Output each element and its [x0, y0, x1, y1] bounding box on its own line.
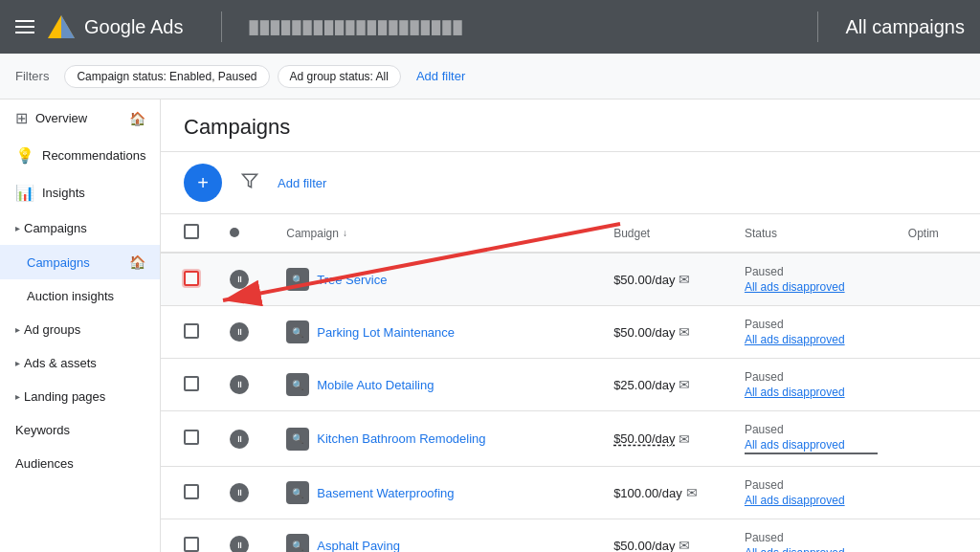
- table-row: ⏸🔍Parking Lot Maintenance$50.00/day✉Paus…: [161, 306, 980, 359]
- row-optim-cell: [893, 253, 980, 306]
- row-budget-cell: $50.00/day✉: [598, 253, 729, 306]
- row-checkbox[interactable]: [184, 537, 199, 552]
- budget-value: $50.00/day: [613, 539, 675, 553]
- header: Google Ads ████████████████████ All camp…: [0, 0, 980, 54]
- status-sub[interactable]: All ads disapproved: [745, 333, 878, 346]
- sidebar-item-recommendations[interactable]: 💡 Recommendations: [0, 137, 160, 174]
- table-row: ⏸🔍Asphalt Paving$50.00/day✉PausedAll ads…: [161, 519, 980, 553]
- sidebar-label-keywords: Keywords: [15, 423, 70, 437]
- row-checkbox[interactable]: [184, 271, 199, 286]
- sidebar-group-ad-groups[interactable]: ▸ Ad groups: [0, 313, 160, 346]
- row-checkbox-cell: [161, 359, 214, 411]
- filter-bar: Filters Campaign status: Enabled, Paused…: [0, 54, 980, 99]
- pause-icon[interactable]: ⏸: [230, 536, 249, 552]
- row-budget-cell: $25.00/day✉: [598, 359, 729, 411]
- row-status-cell: PausedAll ads disapproved: [729, 519, 893, 553]
- search-type-icon: 🔍: [286, 481, 309, 504]
- campaign-name-link[interactable]: Tree Service: [317, 273, 387, 287]
- campaign-sort-icon: ↓: [343, 228, 347, 238]
- landing-pages-arrow: ▸: [15, 391, 20, 402]
- app-title: Google Ads: [84, 16, 183, 38]
- row-pause-cell: ⏸: [214, 306, 271, 359]
- header-divider: [221, 11, 222, 42]
- campaign-name-link[interactable]: Asphalt Paving: [317, 539, 400, 553]
- status-dot-header: [230, 228, 239, 237]
- google-ads-logo-icon: [46, 11, 77, 42]
- pause-icon[interactable]: ⏸: [230, 322, 249, 342]
- sidebar-item-audiences[interactable]: Audiences: [0, 447, 160, 480]
- table-row: ⏸🔍Tree Service$50.00/day✉PausedAll ads d…: [161, 253, 980, 306]
- email-icon[interactable]: ✉: [679, 377, 690, 392]
- header-divider-2: [817, 11, 818, 42]
- add-filter-button[interactable]: Add filter: [409, 65, 473, 87]
- campaign-name-link[interactable]: Parking Lot Maintenance: [317, 325, 455, 340]
- pause-icon[interactable]: ⏸: [230, 430, 249, 449]
- sidebar-label-audiences: Audiences: [15, 456, 74, 471]
- row-checkbox[interactable]: [184, 323, 199, 339]
- status-sub[interactable]: All ads disapproved: [745, 438, 878, 454]
- th-status[interactable]: Status: [729, 214, 893, 253]
- menu-icon[interactable]: [15, 20, 34, 33]
- row-status-cell: PausedAll ads disapproved: [729, 359, 893, 411]
- status-main: Paused: [745, 423, 878, 436]
- select-all-checkbox[interactable]: [184, 224, 199, 239]
- th-optim[interactable]: Optim: [893, 214, 980, 253]
- status-sub[interactable]: All ads disapproved: [745, 494, 878, 507]
- sidebar-label-recommendations: Recommendations: [42, 148, 145, 163]
- th-status-dot: [214, 214, 271, 253]
- sidebar-label-insights: Insights: [42, 186, 85, 200]
- ad-groups-arrow: ▸: [15, 324, 20, 335]
- th-campaign[interactable]: Campaign ↓: [271, 214, 598, 253]
- email-icon[interactable]: ✉: [686, 485, 698, 500]
- sidebar-group-ads-assets-label: Ads & assets: [24, 356, 97, 370]
- pause-icon[interactable]: ⏸: [230, 483, 249, 502]
- status-sub[interactable]: All ads disapproved: [745, 546, 878, 552]
- th-budget[interactable]: Budget: [598, 214, 729, 253]
- row-pause-cell: ⏸: [214, 467, 271, 519]
- row-pause-cell: ⏸: [214, 411, 271, 467]
- status-main: Paused: [745, 318, 878, 331]
- sidebar-group-ads-assets[interactable]: ▸ Ads & assets: [0, 346, 160, 380]
- row-budget-cell: $50.00/day✉: [598, 411, 729, 467]
- row-checkbox[interactable]: [184, 376, 199, 391]
- svg-marker-1: [61, 15, 75, 38]
- sidebar-group-landing-pages[interactable]: ▸ Landing pages: [0, 380, 160, 413]
- sidebar-item-insights[interactable]: 📊 Insights: [0, 174, 160, 211]
- pause-icon[interactable]: ⏸: [230, 270, 249, 289]
- status-sub[interactable]: All ads disapproved: [745, 386, 878, 399]
- row-campaign-cell: 🔍Parking Lot Maintenance: [271, 306, 598, 359]
- sidebar-item-campaigns[interactable]: Campaigns 🏠: [0, 245, 160, 279]
- sidebar: ⊞ Overview 🏠 💡 Recommendations 📊 Insight…: [0, 99, 161, 552]
- status-sub[interactable]: All ads disapproved: [745, 280, 878, 294]
- email-icon[interactable]: ✉: [679, 324, 690, 340]
- campaign-name-link[interactable]: Kitchen Bathroom Remodeling: [317, 431, 485, 446]
- insights-icon: 📊: [15, 184, 34, 202]
- row-checkbox[interactable]: [184, 430, 199, 445]
- email-icon[interactable]: ✉: [679, 272, 690, 287]
- sidebar-item-keywords[interactable]: Keywords: [0, 413, 160, 447]
- row-budget-cell: $50.00/day✉: [598, 306, 729, 359]
- th-checkbox: [161, 214, 214, 253]
- status-main: Paused: [745, 265, 878, 278]
- row-pause-cell: ⏸: [214, 359, 271, 411]
- sidebar-item-auction-insights[interactable]: Auction insights: [0, 279, 160, 313]
- toolbar-add-filter-label[interactable]: Add filter: [278, 176, 326, 190]
- campaigns-table: Campaign ↓ Budget Status Optim: [161, 214, 980, 552]
- main-layout: ⊞ Overview 🏠 💡 Recommendations 📊 Insight…: [0, 99, 980, 552]
- email-icon[interactable]: ✉: [679, 538, 690, 552]
- add-campaign-button[interactable]: +: [184, 164, 222, 202]
- row-pause-cell: ⏸: [214, 253, 271, 306]
- filter-icon-button[interactable]: [237, 168, 262, 198]
- campaign-name-link[interactable]: Mobile Auto Detailing: [317, 378, 434, 392]
- status-main: Paused: [745, 478, 878, 492]
- row-checkbox-cell: [161, 253, 214, 306]
- ad-group-status-filter-chip[interactable]: Ad group status: All: [278, 65, 401, 88]
- campaign-status-filter-chip[interactable]: Campaign status: Enabled, Paused: [64, 65, 269, 88]
- pause-icon[interactable]: ⏸: [230, 375, 249, 394]
- recommendations-icon: 💡: [15, 146, 34, 165]
- sidebar-item-overview[interactable]: ⊞ Overview 🏠: [0, 99, 160, 137]
- row-checkbox[interactable]: [184, 484, 199, 499]
- sidebar-group-campaigns[interactable]: ▸ Campaigns: [0, 211, 160, 245]
- email-icon[interactable]: ✉: [679, 431, 690, 447]
- campaign-name-link[interactable]: Basement Waterproofing: [317, 486, 454, 500]
